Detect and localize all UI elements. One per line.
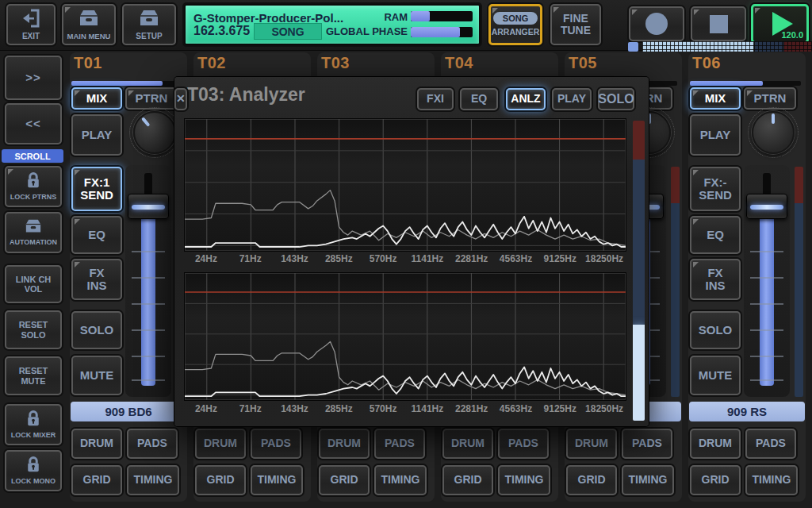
timing-button[interactable]: TIMING	[745, 465, 798, 495]
link-channel-volume-button[interactable]: LINK CH VOL	[5, 265, 62, 303]
track-play-button[interactable]: PLAY	[71, 114, 122, 156]
drum-button[interactable]: DRUM	[442, 429, 493, 459]
analyzer-dialog: T03: Analyzer FXI EQ ANLZ PLAY SOLO ✕ 24…	[174, 77, 649, 426]
mix-tab-label: MIX	[86, 92, 108, 106]
mute-label: MUTE	[699, 369, 733, 383]
solo-button[interactable]: SOLO	[690, 311, 741, 349]
song-position-bar[interactable]	[642, 41, 812, 52]
meter-lit-zone	[633, 325, 645, 421]
mute-button[interactable]: MUTE	[71, 356, 122, 395]
pads-button[interactable]: PADS	[374, 429, 425, 459]
pads-button[interactable]: PADS	[622, 429, 672, 459]
dialog-button[interactable]: EQ	[460, 88, 498, 110]
fader-tick	[750, 329, 783, 331]
grid-button[interactable]: GRID	[442, 465, 493, 495]
pads-button[interactable]: PADS	[127, 429, 178, 459]
scroll-mode-badge[interactable]: SCROLL	[2, 149, 63, 163]
grid-button[interactable]: GRID	[71, 465, 122, 495]
scroll-right-label: >>	[25, 71, 41, 85]
lock-mixer-button[interactable]: LOCK MIXER	[5, 404, 62, 445]
fx-ins-line2: INS	[705, 279, 725, 293]
channel-level-meter	[671, 167, 680, 397]
fader-handle[interactable]	[746, 194, 787, 219]
mute-label: MUTE	[80, 369, 114, 383]
spectrum-graph-top	[184, 118, 626, 252]
timing-button[interactable]: TIMING	[374, 465, 427, 495]
mix-tab[interactable]: MIX	[690, 87, 741, 110]
ptrn-tab[interactable]: PTRN	[744, 87, 796, 110]
fx-ins-button[interactable]: FX INS	[690, 259, 741, 300]
main-menu-button[interactable]: MAIN MENU	[62, 4, 116, 45]
drum-button[interactable]: DRUM	[319, 429, 370, 459]
drum-button[interactable]: DRUM	[690, 429, 741, 459]
grid-button[interactable]: GRID	[690, 465, 741, 495]
drum-button[interactable]: DRUM	[566, 429, 617, 459]
record-button[interactable]	[629, 6, 684, 41]
track-play-button[interactable]: PLAY	[690, 114, 741, 156]
lcd-display[interactable]: G-Stomper-Producer-Pol... 162.3.675 SONG…	[184, 4, 481, 45]
timing-button[interactable]: TIMING	[498, 465, 550, 495]
pan-knob[interactable]	[133, 111, 176, 154]
pads-button[interactable]: PADS	[251, 429, 301, 459]
drum-button[interactable]: DRUM	[195, 429, 246, 459]
fx-send-button[interactable]: FX:1 SEND	[71, 167, 122, 211]
spectrum-graph-bottom	[184, 272, 626, 401]
frequency-axis-bottom: 24Hz71Hz143Hz285Hz570Hz1141Hz2281Hz4563H…	[184, 403, 626, 416]
eq-button[interactable]: EQ	[71, 216, 122, 254]
pan-knob[interactable]	[752, 111, 795, 154]
eq-label: EQ	[88, 229, 105, 242]
dialog-button[interactable]: FXI	[417, 88, 454, 110]
ptrn-tab[interactable]: PTRN	[125, 87, 178, 110]
timing-button[interactable]: TIMING	[251, 465, 303, 495]
reset-mute-button[interactable]: RESET MUTE	[5, 356, 62, 395]
exit-button[interactable]: EXIT	[6, 4, 56, 45]
track-title: T04	[445, 54, 473, 72]
lock-mono-button[interactable]: LOCK MONO	[5, 450, 62, 491]
meter-blue-zone	[795, 203, 803, 397]
ram-label: RAM	[384, 11, 408, 23]
mute-button[interactable]: MUTE	[690, 356, 741, 395]
scroll-left-button[interactable]: <<	[5, 103, 62, 144]
fader-track	[141, 216, 155, 386]
dialog-button[interactable]: ✕	[174, 88, 187, 110]
mix-tab[interactable]: MIX	[71, 87, 122, 110]
pad-name-display[interactable]: 909 BD6	[71, 402, 186, 421]
drum-button[interactable]: DRUM	[71, 429, 122, 459]
drawer-icon	[77, 9, 101, 29]
pads-button[interactable]: PADS	[745, 429, 796, 459]
grid-button[interactable]: GRID	[566, 465, 617, 495]
dialog-button[interactable]: SOLO	[598, 88, 634, 110]
timing-button[interactable]: TIMING	[622, 465, 674, 495]
fader-handle[interactable]	[128, 194, 169, 219]
fx-send-line2: SEND	[80, 189, 113, 202]
solo-button[interactable]: SOLO	[71, 311, 122, 349]
eq-button[interactable]: EQ	[690, 216, 741, 254]
scroll-right-button[interactable]: >>	[5, 56, 62, 100]
stop-button[interactable]	[691, 6, 746, 41]
grid-button[interactable]: GRID	[319, 465, 370, 495]
play-button[interactable]: 120.0	[751, 4, 809, 44]
fx-ins-button[interactable]: FX INS	[71, 259, 122, 300]
automation-button[interactable]: AUTOMATION	[5, 212, 62, 253]
lock-patterns-button[interactable]: LOCK PTRNS	[5, 166, 62, 207]
fx-send-button[interactable]: FX:- SEND	[690, 167, 741, 211]
link-ch-vol-label: LINK CH VOL	[14, 275, 52, 294]
dialog-button-label: ✕	[176, 93, 186, 105]
fine-tune-button[interactable]: FINE TUNE	[550, 4, 601, 45]
song-arranger-button[interactable]: SONG ARRANGER	[488, 4, 542, 45]
dialog-button[interactable]: ANLZ	[506, 88, 546, 110]
pattern-progress-fill	[71, 81, 163, 86]
grid-button[interactable]: GRID	[195, 465, 246, 495]
dialog-button[interactable]: PLAY	[552, 88, 592, 110]
drawer-icon	[137, 9, 161, 29]
meter-red-zone	[795, 167, 803, 203]
reset-solo-button[interactable]: RESET SOLO	[5, 310, 62, 349]
fader-tick	[750, 277, 783, 279]
fader-tick	[132, 277, 165, 279]
pad-name-display[interactable]: 909 RS	[689, 402, 805, 421]
setup-button[interactable]: SETUP	[122, 4, 176, 45]
pads-button[interactable]: PADS	[498, 429, 549, 459]
volume-fader[interactable]	[744, 165, 790, 397]
volume-fader[interactable]	[125, 165, 171, 397]
timing-button[interactable]: TIMING	[127, 465, 179, 495]
